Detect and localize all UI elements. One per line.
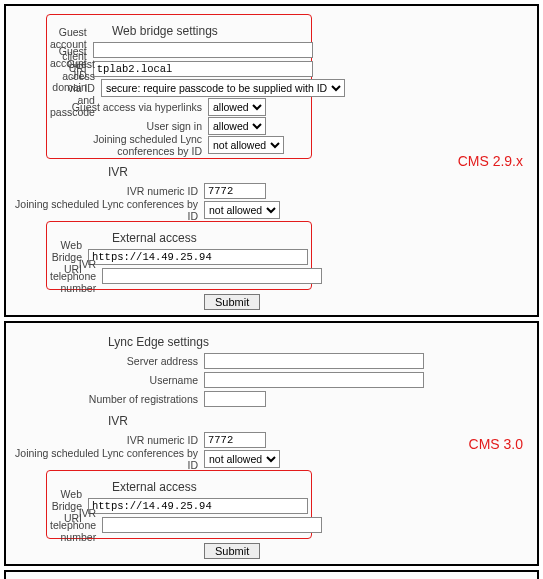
label-ivr-numeric-1: IVR numeric ID bbox=[12, 185, 204, 197]
submit-button-2[interactable]: Submit bbox=[204, 543, 260, 559]
select-user-signin[interactable]: allowed bbox=[208, 117, 266, 135]
input-ivr-numeric-1[interactable] bbox=[204, 183, 266, 199]
input-ivr-tel-2[interactable] bbox=[102, 517, 322, 533]
row-join-lync-3: Joining scheduled Lync conferences by ID… bbox=[12, 450, 432, 468]
row-server-addr-1: Server address bbox=[12, 352, 432, 370]
select-guest-id-pass[interactable]: secure: require passcode to be supplied … bbox=[101, 79, 345, 97]
label-join-lync-1: Joining scheduled Lync conferences by ID bbox=[50, 133, 208, 157]
label-join-lync-2: Joining scheduled Lync conferences by ID bbox=[12, 198, 204, 222]
input-ivr-numeric-2[interactable] bbox=[204, 432, 266, 448]
label-join-lync-3: Joining scheduled Lync conferences by ID bbox=[12, 447, 204, 471]
label-guest-hyper: Guest access via hyperlinks bbox=[50, 101, 208, 113]
panel-cms30: CMS 3.0 Lync Edge settings Server addres… bbox=[4, 321, 539, 566]
input-num-reg-1[interactable] bbox=[204, 391, 266, 407]
row-ivr-tel-2: IVR telephone number bbox=[50, 516, 308, 534]
label-user-signin: User sign in bbox=[50, 120, 208, 132]
label-username-1: Username bbox=[12, 374, 204, 386]
select-join-lync-1[interactable]: not allowed bbox=[208, 136, 284, 154]
label-server-addr-1: Server address bbox=[12, 355, 204, 367]
select-join-lync-3[interactable]: not allowed bbox=[204, 450, 280, 468]
label-ivr-tel-2: IVR telephone number bbox=[50, 507, 102, 543]
section-ivr-title-1: IVR bbox=[108, 165, 432, 179]
section-ivr-title-2: IVR bbox=[108, 414, 432, 428]
highlight-external-1: External access Web Bridge URI IVR telep… bbox=[46, 221, 312, 290]
section-external-title-1: External access bbox=[112, 231, 308, 245]
row-guest-id-pass: Guest access via ID and passcode secure:… bbox=[50, 79, 308, 97]
select-join-lync-2[interactable]: not allowed bbox=[204, 201, 280, 219]
input-guest-jid[interactable] bbox=[93, 61, 313, 77]
input-server-addr-1[interactable] bbox=[204, 353, 424, 369]
panel-cms29: CMS 2.9.x Web bridge settings Guest acco… bbox=[4, 4, 539, 317]
section-external-title-2: External access bbox=[112, 480, 308, 494]
input-guest-client-uri[interactable] bbox=[93, 42, 313, 58]
version-label-29: CMS 2.9.x bbox=[458, 153, 523, 169]
highlight-external-2: External access Web Bridge URI IVR telep… bbox=[46, 470, 312, 539]
content-30: Lync Edge settings Server address Userna… bbox=[12, 335, 432, 559]
row-username-1: Username bbox=[12, 371, 432, 389]
input-web-bridge-uri-2[interactable] bbox=[88, 498, 308, 514]
row-join-lync-1: Joining scheduled Lync conferences by ID… bbox=[50, 136, 308, 154]
input-ivr-tel-1[interactable] bbox=[102, 268, 322, 284]
content-29: Web bridge settings Guest account client… bbox=[12, 14, 432, 310]
row-join-lync-2: Joining scheduled Lync conferences by ID… bbox=[12, 201, 432, 219]
label-ivr-numeric-2: IVR numeric ID bbox=[12, 434, 204, 446]
version-label-30: CMS 3.0 bbox=[469, 436, 523, 452]
section-lync-edge-title-1: Lync Edge settings bbox=[108, 335, 432, 349]
label-num-reg-1: Number of registrations bbox=[12, 393, 204, 405]
highlight-web-bridge: Web bridge settings Guest account client… bbox=[46, 14, 312, 159]
row-ivr-tel-1: IVR telephone number bbox=[50, 267, 308, 285]
submit-button-1[interactable]: Submit bbox=[204, 294, 260, 310]
row-num-reg-1: Number of registrations bbox=[12, 390, 432, 408]
panel-cms31: CMS 3.1 Lync Edge settings Server addres… bbox=[4, 570, 539, 579]
input-username-1[interactable] bbox=[204, 372, 424, 388]
label-ivr-tel-1: IVR telephone number bbox=[50, 258, 102, 294]
select-guest-hyper[interactable]: allowed bbox=[208, 98, 266, 116]
section-web-bridge-title: Web bridge settings bbox=[112, 24, 308, 38]
input-web-bridge-uri-1[interactable] bbox=[88, 249, 308, 265]
